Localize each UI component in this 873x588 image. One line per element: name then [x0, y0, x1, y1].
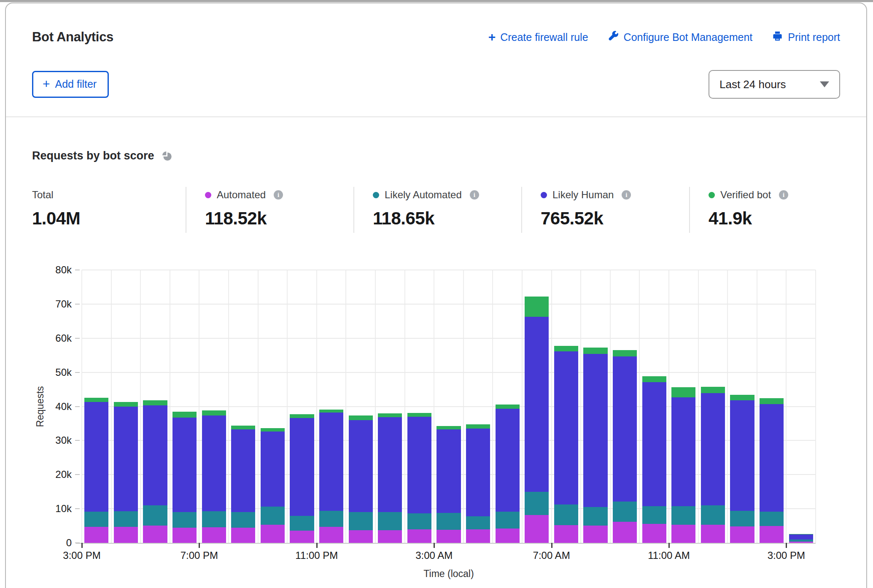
bar-segment-likely-automated[interactable] — [172, 512, 197, 528]
bar-segment-likely-human[interactable] — [730, 400, 754, 511]
bar-segment-likely-human[interactable] — [701, 393, 725, 505]
bar-segment-verified-bot[interactable] — [613, 350, 637, 356]
bar-segment-verified-bot[interactable] — [319, 410, 343, 413]
bar-segment-verified-bot[interactable] — [407, 413, 431, 417]
bar-segment-verified-bot[interactable] — [466, 424, 490, 429]
bar-segment-automated[interactable] — [407, 529, 431, 543]
bar-segment-verified-bot[interactable] — [496, 405, 520, 409]
bar-segment-likely-automated[interactable] — [84, 512, 108, 527]
info-icon[interactable]: i — [779, 190, 788, 200]
bar-segment-likely-human[interactable] — [172, 418, 197, 512]
bar-segment-likely-automated[interactable] — [760, 512, 784, 526]
bar-segment-likely-human[interactable] — [525, 317, 549, 492]
bar-segment-likely-human[interactable] — [642, 382, 666, 506]
bar-segment-automated[interactable] — [202, 527, 226, 543]
bar-segment-likely-automated[interactable] — [436, 513, 461, 530]
bar-segment-likely-automated[interactable] — [671, 506, 695, 525]
time-range-select[interactable]: Last 24 hours — [709, 70, 840, 99]
bar-segment-automated[interactable] — [319, 527, 343, 543]
bar-segment-verified-bot[interactable] — [202, 410, 226, 415]
bar-segment-likely-human[interactable] — [231, 429, 255, 512]
bar-segment-verified-bot[interactable] — [730, 395, 754, 400]
bar-segment-likely-automated[interactable] — [290, 516, 314, 531]
bar-segment-automated[interactable] — [760, 526, 784, 543]
create-firewall-rule-link[interactable]: + Create firewall rule — [488, 31, 588, 43]
bar-segment-automated[interactable] — [290, 531, 314, 543]
bar-segment-likely-automated[interactable] — [319, 511, 343, 527]
bar-segment-likely-human[interactable] — [760, 404, 784, 512]
bar-segment-automated[interactable] — [466, 529, 490, 543]
bar-segment-verified-bot[interactable] — [172, 412, 197, 418]
bar-segment-likely-human[interactable] — [114, 407, 138, 511]
bar-segment-automated[interactable] — [583, 526, 607, 543]
bar-segment-likely-human[interactable] — [789, 534, 813, 539]
bar-segment-likely-automated[interactable] — [701, 505, 725, 525]
bar-segment-likely-automated[interactable] — [642, 506, 666, 524]
bar-segment-automated[interactable] — [730, 526, 754, 543]
bar-segment-likely-automated[interactable] — [114, 511, 138, 527]
bar-segment-automated[interactable] — [701, 525, 725, 543]
bar-segment-likely-automated[interactable] — [261, 507, 285, 525]
bar-segment-verified-bot[interactable] — [84, 398, 108, 402]
bar-segment-verified-bot[interactable] — [525, 297, 549, 317]
bar-segment-likely-automated[interactable] — [349, 512, 373, 530]
bar-segment-likely-human[interactable] — [613, 356, 637, 502]
bar-segment-verified-bot[interactable] — [290, 414, 314, 418]
bar-segment-likely-human[interactable] — [349, 420, 373, 512]
bar-segment-verified-bot[interactable] — [760, 398, 784, 404]
bar-segment-automated[interactable] — [84, 527, 108, 543]
bar-segment-automated[interactable] — [789, 542, 813, 543]
bar-segment-automated[interactable] — [231, 528, 255, 543]
bar-segment-automated[interactable] — [349, 530, 373, 543]
bar-segment-verified-bot[interactable] — [143, 400, 167, 405]
bar-segment-likely-human[interactable] — [290, 418, 314, 516]
bar-segment-automated[interactable] — [613, 522, 637, 543]
bar-segment-verified-bot[interactable] — [671, 387, 695, 397]
bar-segment-automated[interactable] — [378, 530, 402, 543]
bar-segment-automated[interactable] — [436, 530, 461, 543]
bar-segment-likely-human[interactable] — [261, 432, 285, 507]
info-icon[interactable]: i — [470, 190, 479, 200]
bar-segment-likely-human[interactable] — [202, 415, 226, 511]
bar-segment-verified-bot[interactable] — [378, 413, 402, 417]
bar-segment-likely-human[interactable] — [319, 413, 343, 511]
bar-segment-automated[interactable] — [172, 528, 197, 543]
bar-segment-likely-automated[interactable] — [466, 516, 490, 530]
bar-segment-verified-bot[interactable] — [261, 428, 285, 432]
bar-segment-verified-bot[interactable] — [583, 348, 607, 354]
bar-segment-likely-human[interactable] — [671, 397, 695, 506]
bar-segment-likely-automated[interactable] — [378, 512, 402, 530]
bar-segment-verified-bot[interactable] — [642, 376, 666, 383]
bar-segment-verified-bot[interactable] — [554, 346, 578, 352]
bar-segment-verified-bot[interactable] — [231, 426, 255, 429]
bar-segment-verified-bot[interactable] — [701, 387, 725, 393]
bar-segment-likely-automated[interactable] — [613, 502, 637, 522]
bar-segment-automated[interactable] — [496, 529, 520, 543]
bar-segment-likely-human[interactable] — [378, 417, 402, 512]
bar-segment-likely-automated[interactable] — [143, 505, 167, 526]
bar-segment-likely-human[interactable] — [84, 402, 108, 512]
bar-segment-automated[interactable] — [642, 524, 666, 543]
bar-segment-likely-automated[interactable] — [554, 504, 578, 525]
bar-segment-likely-automated[interactable] — [496, 512, 520, 529]
bar-segment-likely-human[interactable] — [143, 405, 167, 505]
bar-segment-verified-bot[interactable] — [789, 534, 813, 534]
bar-segment-automated[interactable] — [114, 527, 138, 543]
bar-segment-likely-human[interactable] — [466, 429, 490, 516]
bar-segment-likely-automated[interactable] — [525, 492, 549, 515]
info-icon[interactable]: i — [622, 190, 631, 200]
bar-segment-verified-bot[interactable] — [114, 402, 138, 407]
bar-segment-likely-human[interactable] — [583, 354, 607, 507]
print-report-link[interactable]: Print report — [772, 30, 840, 44]
bar-segment-likely-human[interactable] — [436, 429, 461, 513]
bar-segment-automated[interactable] — [671, 525, 695, 543]
bar-segment-automated[interactable] — [554, 525, 578, 543]
bar-segment-likely-automated[interactable] — [202, 511, 226, 527]
configure-bot-management-link[interactable]: Configure Bot Management — [608, 30, 753, 44]
bar-segment-automated[interactable] — [525, 515, 549, 543]
bar-segment-likely-automated[interactable] — [407, 513, 431, 529]
bar-segment-likely-human[interactable] — [554, 351, 578, 504]
bar-segment-likely-automated[interactable] — [583, 507, 607, 526]
bar-segment-likely-human[interactable] — [407, 417, 431, 513]
info-icon[interactable]: i — [274, 190, 283, 200]
